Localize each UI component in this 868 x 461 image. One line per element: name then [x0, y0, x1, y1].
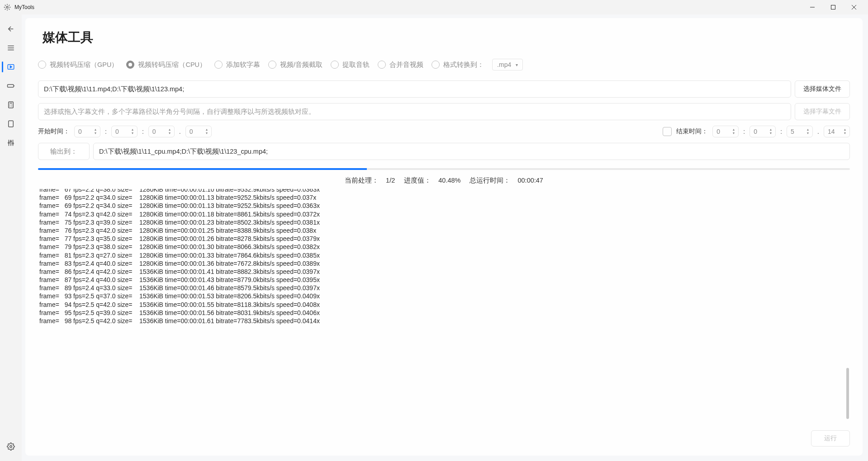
- log-scrollbar[interactable]: [846, 189, 849, 444]
- svg-point-7: [10, 141, 12, 142]
- start-hour-spinner[interactable]: 0▴▾: [74, 126, 100, 137]
- window-title: MyTools: [14, 4, 34, 10]
- back-button[interactable]: [2, 20, 20, 38]
- sidebar-item-media[interactable]: [2, 58, 20, 76]
- svg-point-8: [12, 143, 14, 144]
- start-second-spinner[interactable]: 0▴▾: [148, 126, 175, 137]
- select-subtitle-button[interactable]: 选择字幕文件: [795, 103, 850, 120]
- svg-rect-3: [8, 85, 14, 87]
- output-path-input[interactable]: D:\下载\视频\1\11_cpu.mp4;D:\下载\视频\1\123_cpu…: [93, 143, 850, 160]
- radio-trim[interactable]: 视频/音频截取: [268, 61, 323, 69]
- progress-bar: [38, 168, 850, 170]
- media-path-input[interactable]: D:\下载\视频\1\11.mp4;D:\下载\视频\1\123.mp4;: [38, 80, 791, 98]
- window-close-button[interactable]: [844, 0, 864, 14]
- start-time-label: 开始时间：: [38, 127, 70, 136]
- log-output[interactable]: frame= 67 fps=2.2 q=38.0 size= 1280KiB t…: [38, 188, 850, 445]
- window-maximize-button[interactable]: [823, 0, 844, 14]
- run-button[interactable]: 运行: [811, 430, 850, 447]
- chevron-down-icon: ▾: [516, 62, 518, 67]
- sidebar-item-battery[interactable]: [2, 77, 20, 95]
- select-media-button[interactable]: 选择媒体文件: [795, 80, 850, 98]
- scrollbar-thumb[interactable]: [846, 368, 849, 419]
- svg-point-9: [10, 446, 12, 448]
- sidebar: [0, 14, 22, 461]
- chevron-down-icon: ▾: [95, 132, 96, 135]
- sidebar-item-calculator[interactable]: [2, 96, 20, 114]
- start-ms-spinner[interactable]: 0▴▾: [185, 126, 212, 137]
- end-time-label: 结束时间：: [676, 127, 708, 136]
- sidebar-item-tools[interactable]: [2, 134, 20, 152]
- log-text: frame= 67 fps=2.2 q=38.0 size= 1280KiB t…: [39, 188, 849, 325]
- window-minimize-button[interactable]: [802, 0, 823, 14]
- titlebar: MyTools: [0, 0, 868, 14]
- subtitle-path-input[interactable]: 选择或拖入字幕文件，多个字幕路径以半角分号间隔，自行调整顺序以与所选视频轨对应。: [38, 103, 791, 120]
- radio-merge-av[interactable]: 合并音视频: [378, 61, 423, 69]
- end-ms-spinner[interactable]: 14▴▾: [824, 126, 850, 137]
- radio-add-subtitle[interactable]: 添加软字幕: [214, 61, 260, 69]
- svg-point-6: [8, 142, 9, 144]
- radio-convert-format[interactable]: 格式转换到：: [432, 61, 484, 69]
- radio-cpu-transcode[interactable]: 视频转码压缩（CPU）: [126, 61, 206, 69]
- page-title: 媒体工具: [43, 29, 850, 46]
- settings-button[interactable]: [2, 437, 20, 456]
- mode-radio-group: 视频转码压缩（GPU） 视频转码压缩（CPU） 添加软字幕 视频/音频截取 提取…: [38, 59, 850, 71]
- radio-gpu-transcode[interactable]: 视频转码压缩（GPU）: [38, 61, 118, 69]
- radio-extract-audio[interactable]: 提取音轨: [331, 61, 370, 69]
- status-text: 当前处理：1/2 进度值：40.48% 总运行时间：00:00:47: [38, 176, 850, 185]
- menu-button[interactable]: [2, 39, 20, 57]
- end-hour-spinner[interactable]: 0▴▾: [712, 126, 739, 137]
- format-select[interactable]: .mp4 ▾: [492, 59, 523, 71]
- svg-point-0: [6, 6, 8, 8]
- app-icon: [4, 4, 11, 11]
- start-minute-spinner[interactable]: 0▴▾: [111, 126, 138, 137]
- svg-rect-1: [831, 5, 835, 9]
- output-label: 输出到：: [38, 143, 90, 160]
- end-second-spinner[interactable]: 5▴▾: [787, 126, 813, 137]
- sidebar-item-document[interactable]: [2, 115, 20, 133]
- end-minute-spinner[interactable]: 0▴▾: [749, 126, 776, 137]
- end-time-checkbox[interactable]: [663, 127, 672, 136]
- format-select-value: .mp4: [497, 61, 511, 68]
- svg-rect-5: [9, 121, 14, 127]
- svg-rect-4: [9, 102, 14, 108]
